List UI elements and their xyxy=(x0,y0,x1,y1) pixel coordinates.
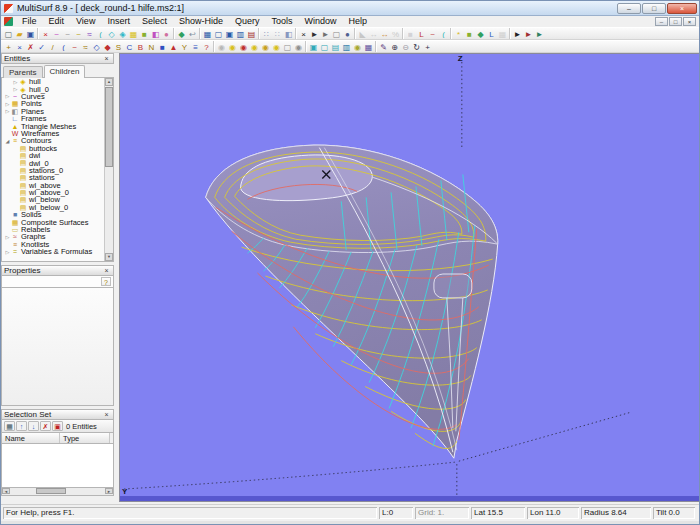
select-pen-tool[interactable]: ✎ xyxy=(378,41,389,52)
create-surface2-tool[interactable]: ◈ xyxy=(117,28,128,39)
pointer-filter-tool[interactable]: ► xyxy=(534,28,545,39)
pick-group-tool[interactable]: ▢ xyxy=(331,28,342,39)
entities-close-icon[interactable]: × xyxy=(102,55,111,62)
mdi-close-button[interactable]: × xyxy=(683,17,696,26)
insert-snake3-tool[interactable]: S xyxy=(113,41,124,52)
hook-red-tool[interactable]: L xyxy=(416,28,427,39)
menu-insert[interactable]: Insert xyxy=(101,16,136,27)
view-marked-button[interactable]: ▣ xyxy=(224,28,235,39)
tree-item-planes[interactable]: ▷◧Planes xyxy=(2,108,113,115)
create-mesh-tool[interactable]: ▦ xyxy=(128,28,139,39)
annotate-monitor-tool[interactable]: ▦ xyxy=(363,41,374,52)
tree-expander-icon[interactable]: ▷ xyxy=(12,86,19,92)
measure-width2-tool[interactable]: ↔ xyxy=(379,28,390,39)
visibility-query-tool[interactable]: ◉ xyxy=(293,41,304,52)
maximize-button[interactable]: □ xyxy=(642,3,666,14)
view-wireframe-button[interactable]: ▤ xyxy=(246,28,257,39)
menu-file[interactable]: File xyxy=(16,16,43,27)
tree-expander-icon[interactable]: ▷ xyxy=(4,234,11,240)
pick-add-tool[interactable]: ► xyxy=(320,28,331,39)
insert-point2-tool[interactable]: × xyxy=(14,41,25,52)
mdi-minimize-button[interactable]: – xyxy=(655,17,668,26)
grid-gray-tool[interactable]: ▦ xyxy=(497,28,508,39)
insert-snake1-tool[interactable]: ◇ xyxy=(91,41,102,52)
tree-item-dwl[interactable]: ▤dwl xyxy=(2,152,113,159)
scroll-down-icon[interactable]: ▼ xyxy=(105,253,113,261)
title-bar[interactable]: MultiSurf 8.9 - [ deck_round-1 hilfe.ms2… xyxy=(1,1,699,16)
create-curve-tool[interactable]: ~ xyxy=(62,28,73,39)
tree-item-graphs[interactable]: ▷≈Graphs xyxy=(2,233,113,240)
create-solid-tool[interactable]: ■ xyxy=(139,28,150,39)
tree-item-variables-formulas[interactable]: ▷=Variables & Formulas xyxy=(2,248,113,255)
scrollbar-thumb[interactable] xyxy=(105,87,113,167)
clear-selection-button[interactable]: ▣ xyxy=(52,421,63,431)
delete-entity-button[interactable]: × xyxy=(40,28,51,39)
tree-item-wl-below-0[interactable]: ▤wl_below_0 xyxy=(2,204,113,211)
menu-select[interactable]: Select xyxy=(136,16,173,27)
tree-item-composite-surfaces[interactable]: ▦Composite Surfaces xyxy=(2,218,113,225)
tab-children[interactable]: Children xyxy=(44,65,86,78)
tree-item-curves[interactable]: ▷~Curves xyxy=(2,93,113,100)
mdi-restore-button[interactable]: □ xyxy=(669,17,682,26)
copy-image-tool[interactable]: ▣ xyxy=(308,41,319,52)
insert-surf1-tool[interactable]: B xyxy=(135,41,146,52)
entities-tree-scrollbar[interactable]: ▲ ▼ xyxy=(104,78,113,261)
show-bulb-tool[interactable]: ◉ xyxy=(227,41,238,52)
id-balloon-tool[interactable]: ● xyxy=(342,28,353,39)
tree-item-stations-0[interactable]: ▤stations_0 xyxy=(2,167,113,174)
star-yellow-tool[interactable]: * xyxy=(453,28,464,39)
insert-snake2-tool[interactable]: ◆ xyxy=(102,41,113,52)
menu-query[interactable]: Query xyxy=(229,16,266,27)
tree-item-points[interactable]: ▷▦Points xyxy=(2,100,113,107)
menu-tools[interactable]: Tools xyxy=(265,16,298,27)
3d-viewport[interactable]: Z Y xyxy=(119,53,700,502)
create-sphere-tool[interactable]: ● xyxy=(161,28,172,39)
document-icon[interactable] xyxy=(4,17,13,26)
visibility-window-tool[interactable]: ▢ xyxy=(282,41,293,52)
tab-parents[interactable]: Parents xyxy=(3,66,43,78)
tree-item-wireframes[interactable]: WWireframes xyxy=(2,130,113,137)
tree-item-buttocks[interactable]: ▤buttocks xyxy=(2,145,113,152)
show-children-bulb-tool[interactable]: ◉ xyxy=(271,41,282,52)
undo-hook-tool[interactable]: ↩ xyxy=(187,28,198,39)
measure-angle-tool[interactable]: ◣ xyxy=(357,28,368,39)
entity-diamond-tool[interactable]: ◆ xyxy=(176,28,187,39)
insert-surf2-tool[interactable]: N xyxy=(146,41,157,52)
move-down-button[interactable]: ↓ xyxy=(28,421,39,431)
minimize-button[interactable]: – xyxy=(617,3,641,14)
insert-point-tool[interactable]: + xyxy=(3,41,14,52)
rotate-view-button[interactable]: ↻ xyxy=(411,41,422,52)
insert-ccurve-tool[interactable]: ≈ xyxy=(80,41,91,52)
view-split-button[interactable]: ▥ xyxy=(235,28,246,39)
properties-close-icon[interactable]: × xyxy=(102,267,111,274)
show-all-bulb-tool[interactable]: ◉ xyxy=(249,41,260,52)
save-button[interactable]: ▣ xyxy=(25,28,36,39)
hide-all-bulb-tool[interactable]: ◉ xyxy=(238,41,249,52)
insert-line-tool[interactable]: / xyxy=(47,41,58,52)
tree-expander-icon[interactable]: ▷ xyxy=(4,249,11,255)
tree-item-hull-0[interactable]: ▷◈hull_0 xyxy=(2,85,113,92)
selection-close-icon[interactable]: × xyxy=(102,411,111,418)
half-shade-button[interactable]: ◧ xyxy=(283,28,294,39)
insert-solid1-tool[interactable]: Y xyxy=(179,41,190,52)
create-polyline-tool[interactable]: ≈ xyxy=(84,28,95,39)
create-point-tool[interactable]: ~ xyxy=(51,28,62,39)
scroll-right-icon[interactable]: ► xyxy=(105,488,113,494)
menu-view[interactable]: View xyxy=(70,16,101,27)
locate-marker-tool[interactable]: × xyxy=(298,28,309,39)
remove-selected-button[interactable]: ✗ xyxy=(40,421,51,431)
selection-hscrollbar[interactable]: ◄ ► xyxy=(1,488,114,496)
scroll-up-icon[interactable]: ▲ xyxy=(105,78,113,86)
curve-red-tool[interactable]: ~ xyxy=(427,28,438,39)
insert-surf4-tool[interactable]: ▲ xyxy=(168,41,179,52)
selection-list-button[interactable]: ▦ xyxy=(4,421,15,431)
pointer-delete-tool[interactable]: ► xyxy=(523,28,534,39)
help-icon[interactable]: ? xyxy=(101,277,111,286)
insert-point3-tool[interactable]: ✗ xyxy=(25,41,36,52)
cube-tool[interactable]: ■ xyxy=(464,28,475,39)
create-surface-tool[interactable]: ◇ xyxy=(106,28,117,39)
menu-window[interactable]: Window xyxy=(298,16,342,27)
menu-edit[interactable]: Edit xyxy=(43,16,71,27)
loop-cyan-tool[interactable]: ( xyxy=(438,28,449,39)
view-single-button[interactable]: ▢ xyxy=(213,28,224,39)
